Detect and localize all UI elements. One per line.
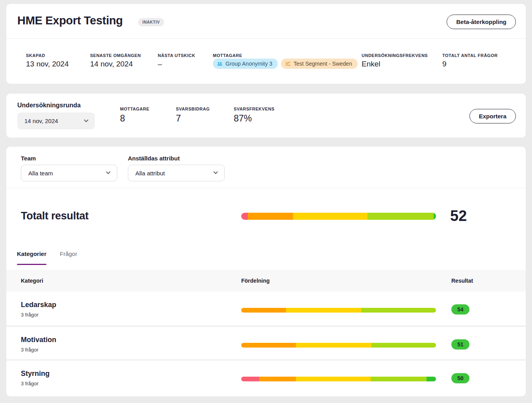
chip-label: Test Segment - Sweden [294,61,352,67]
category-name: Styrning [21,370,50,378]
meta-label: NÄSTA UTSKICK [158,53,195,58]
recipient-chip-test-segment[interactable]: Test Segment - Sweden [281,59,358,69]
stat-value: 87% [234,113,252,124]
stat-value: 8 [120,113,125,124]
meta-value: 14 nov, 2024 [90,60,133,68]
column-header-distribution: Fördelning [241,278,270,284]
category-name: Motivation [21,336,56,344]
category-distribution-bar [241,377,436,381]
round-select-value: 14 nov, 2024 [24,118,58,124]
score-badge: 50 [451,373,469,383]
category-distribution-bar [241,308,436,313]
category-distribution-bar [241,343,436,348]
stat-label: MOTTAGARE [120,107,150,111]
sliders-icon [285,61,291,67]
chevron-down-icon [84,118,88,122]
category-rows: Ledarskap 3 frågor 54 Motivation 3 frågo… [6,292,526,393]
meta-value: 9 [442,60,447,68]
tab-questions[interactable]: Frågor [60,250,77,265]
page-title: HME Export Testing [17,14,123,27]
status-badge: INAKTIV [138,18,164,26]
table-row-motivation[interactable]: Motivation 3 frågor 51 [6,326,526,359]
category-name: Ledarskap [21,301,56,309]
meta-label: SENASTE OMGÅNGEN [90,53,141,58]
score-badge: 51 [451,339,469,350]
team-select-value: Alla team [28,170,53,177]
chevron-down-icon [106,170,110,174]
category-question-count: 3 frågor [21,381,39,386]
meta-value: Enkel [362,60,381,68]
column-header-result: Resultat [451,278,473,284]
category-question-count: 3 frågor [21,312,39,318]
survey-meta-row: SKAPAD 13 nov, 2024 SENASTE OMGÅNGEN 14 … [6,39,526,84]
round-heading: Undersökningsrunda [17,102,81,109]
stat-label: SVARSBIDRAG [176,107,210,111]
meta-label: TOTALT ANTAL FRÅGOR [442,53,498,58]
chevron-down-icon [213,170,218,174]
total-result-heading: Totalt resultat [21,210,89,222]
table-row-ledarskap[interactable]: Ledarskap 3 frågor 54 [6,292,526,326]
survey-header-card: HME Export Testing INAKTIV Beta-återkopp… [6,4,526,84]
category-question-count: 3 frågor [21,347,39,353]
title-row: HME Export Testing INAKTIV Beta-återkopp… [6,4,526,39]
meta-label: UNDERSÖKNINGSFREKVENS [362,53,428,58]
meta-label: SKAPAD [26,53,45,58]
round-select[interactable]: 14 nov, 2024 [17,112,95,129]
stat-value: 7 [176,113,181,124]
attribute-select-value: Alla attribut [135,170,165,177]
score-badge: 54 [451,304,469,315]
tab-categories[interactable]: Kategorier [17,250,46,265]
category-table-header: Kategori Fördelning Resultat [6,270,526,292]
team-filter-label: Team [21,155,36,162]
results-card: Team Alla team Anställdas attribut Alla … [6,147,526,396]
recipient-chips: Group Anonymity 3 [213,59,358,69]
meta-label: MOTTAGARE [213,53,242,58]
result-tabs: Kategorier Frågor [17,250,77,265]
survey-round-card: Undersökningsrunda 14 nov, 2024 MOTTAGAR… [6,94,526,138]
total-distribution-bar [241,213,436,220]
export-button[interactable]: Exportera [469,109,516,123]
attribute-select[interactable]: Alla attribut [128,165,225,181]
total-score: 52 [450,208,467,225]
meta-value: – [158,60,162,68]
table-row-styrning[interactable]: Styrning 3 frågor 50 [6,359,526,393]
group-icon [217,61,223,67]
divider [6,188,526,188]
stat-label: SVARSFREKVENS [234,107,274,111]
attribute-filter-label: Anställdas attribut [128,155,180,162]
meta-value: 13 nov, 2024 [26,60,68,68]
recipient-chip-group-anonymity[interactable]: Group Anonymity 3 [213,59,278,69]
beta-feedback-button[interactable]: Beta-återkoppling [447,15,516,29]
column-header-category: Kategori [21,278,43,284]
team-select[interactable]: Alla team [21,165,117,181]
chip-label: Group Anonymity 3 [225,61,272,67]
